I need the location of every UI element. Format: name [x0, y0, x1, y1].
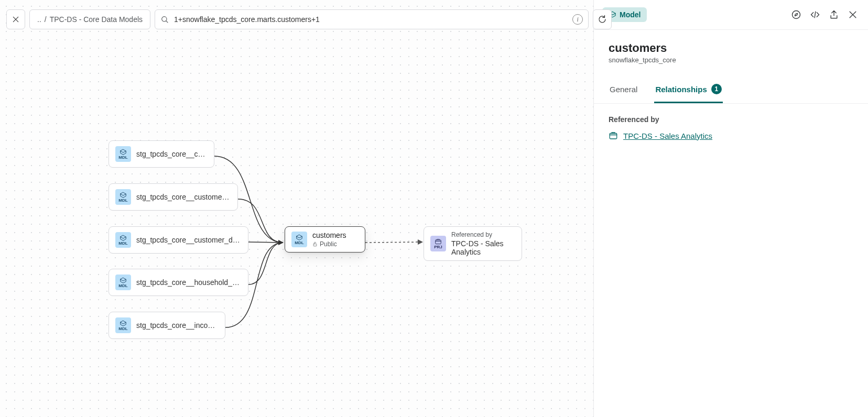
details-panel: Model customers snowflake_tpcds_core Gen… — [594, 0, 868, 417]
lineage-node-upstream-2[interactable]: MDL stg_tpcds_core__customer_demogra… — [108, 226, 248, 254]
share-icon — [829, 9, 839, 20]
lineage-node-upstream-3[interactable]: MDL stg_tpcds_core__household_demogr… — [108, 269, 248, 296]
lineage-search[interactable]: 1+snowflake_tpcds_core.marts.customers+1… — [155, 9, 589, 29]
explore-button[interactable] — [790, 9, 802, 20]
mdl-chip: MDL — [115, 189, 131, 205]
panel-title-block: customers snowflake_tpcds_core — [594, 30, 868, 67]
project-icon — [609, 131, 618, 140]
refresh-icon — [598, 15, 607, 24]
unlock-icon — [312, 242, 318, 247]
panel-tabs: General Relationships 1 — [594, 76, 868, 104]
lineage-node-upstream-4[interactable]: MDL stg_tpcds_core__income_band — [108, 312, 225, 339]
project-icon — [435, 238, 442, 245]
svg-rect-1 — [436, 240, 441, 244]
compass-icon — [791, 9, 801, 20]
mdl-chip: MDL — [291, 232, 307, 247]
mdl-chip: MDL — [115, 317, 131, 333]
relationships-count-badge: 1 — [711, 84, 722, 94]
lineage-edges — [0, 0, 594, 417]
refresh-button[interactable] — [593, 9, 612, 29]
breadcrumb-label: TPC-DS - Core Data Models — [50, 15, 143, 24]
node-title: TPC-DS - Sales Analytics — [451, 239, 515, 256]
mdl-chip: MDL — [115, 275, 131, 290]
info-icon[interactable]: i — [572, 14, 583, 25]
referenced-by-link[interactable]: TPC-DS - Sales Analytics — [609, 131, 853, 140]
close-button[interactable] — [6, 9, 25, 29]
node-label: stg_tpcds_core__customer_demogra… — [136, 236, 242, 244]
share-button[interactable] — [828, 9, 840, 20]
panel-subtitle: snowflake_tpcds_core — [609, 56, 853, 64]
svg-point-3 — [793, 11, 800, 19]
node-label: stg_tpcds_core__customer — [136, 150, 208, 158]
lineage-node-referenced-by[interactable]: PRJ Referenced by TPC-DS - Sales Analyti… — [424, 226, 522, 261]
panel-title: customers — [609, 41, 853, 55]
lineage-node-upstream-0[interactable]: MDL stg_tpcds_core__customer — [108, 140, 214, 168]
lineage-canvas[interactable]: MDL stg_tpcds_core__customer MDL stg_tpc… — [0, 0, 594, 417]
mdl-chip: MDL — [115, 232, 131, 248]
svg-rect-4 — [610, 134, 617, 139]
prj-chip: PRJ — [430, 236, 446, 251]
node-label: stg_tpcds_core__customer_address — [136, 193, 231, 201]
tab-general[interactable]: General — [609, 76, 638, 103]
lineage-node-upstream-1[interactable]: MDL stg_tpcds_core__customer_address — [108, 183, 238, 211]
section-label: Referenced by — [609, 115, 853, 124]
cube-icon — [296, 234, 303, 240]
lineage-node-selected[interactable]: MDL customers Public — [285, 226, 365, 253]
close-icon — [848, 9, 858, 20]
close-panel-button[interactable] — [847, 9, 859, 20]
top-toolbar: .. / TPC-DS - Core Data Models 1+snowfla… — [6, 9, 612, 29]
node-visibility: Public — [312, 240, 346, 248]
panel-header: Model — [594, 0, 868, 30]
cube-icon — [120, 192, 127, 198]
svg-rect-0 — [313, 244, 317, 246]
close-icon — [12, 15, 20, 24]
search-icon — [160, 15, 169, 24]
mdl-chip: MDL — [115, 146, 131, 162]
node-label: stg_tpcds_core__income_band — [136, 321, 219, 330]
node-label: stg_tpcds_core__household_demogr… — [136, 278, 242, 287]
node-title: customers — [312, 231, 346, 239]
cube-icon — [120, 235, 127, 241]
search-query: 1+snowflake_tpcds_core.marts.customers+1 — [174, 15, 567, 24]
tab-relationships[interactable]: Relationships 1 — [654, 76, 722, 103]
code-icon — [810, 9, 820, 20]
cube-icon — [120, 277, 127, 283]
cube-icon — [120, 149, 127, 155]
cube-icon — [120, 320, 127, 326]
code-button[interactable] — [809, 9, 821, 20]
panel-body: Referenced by TPC-DS - Sales Analytics — [594, 104, 868, 152]
node-kicker: Referenced by — [451, 231, 515, 238]
breadcrumb[interactable]: .. / TPC-DS - Core Data Models — [29, 9, 150, 29]
panel-actions — [790, 9, 859, 20]
